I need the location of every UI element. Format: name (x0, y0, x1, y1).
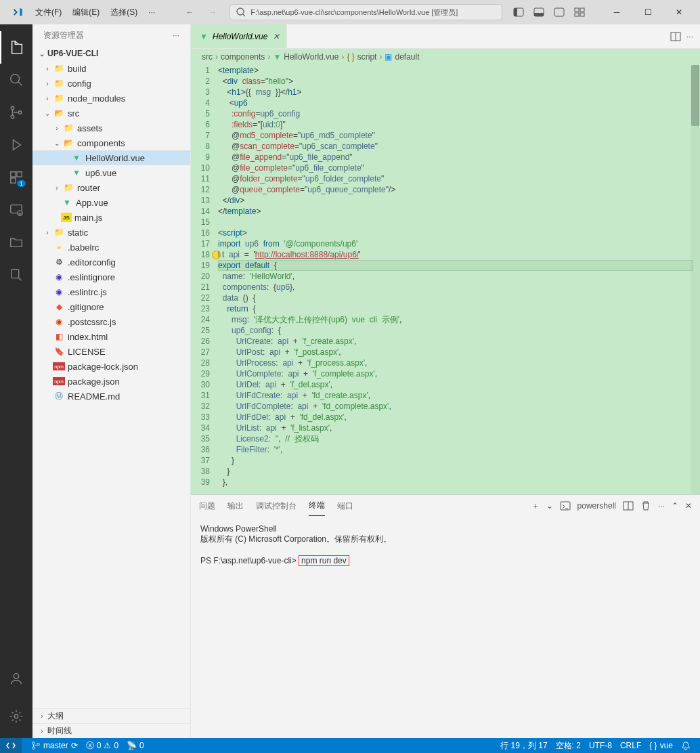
license-icon: 🔖 (53, 346, 65, 357)
tree-folder-router[interactable]: ›📁router (32, 180, 190, 195)
tree-folder-components[interactable]: ⌄📂components (32, 135, 190, 150)
tab-helloworld[interactable]: ▼ HelloWorld.vue ✕ (191, 24, 287, 48)
status-ports[interactable]: 📡0 (123, 741, 148, 750)
customize-layout-icon[interactable] (571, 4, 588, 20)
tree-folder-src[interactable]: ⌄📂src (32, 106, 190, 121)
window-close-icon[interactable]: ✕ (663, 1, 695, 24)
breadcrumb-components[interactable]: components (221, 52, 265, 62)
term-line: 版权所有 (C) Microsoft Corporation。保留所有权利。 (200, 534, 391, 544)
tree-folder-build[interactable]: ›📁build (32, 61, 190, 76)
svg-rect-18 (11, 172, 16, 177)
tree-file-postcssrc[interactable]: ◉.postcssrc.js (32, 314, 190, 329)
sidebar-outline[interactable]: ›大纲 (32, 708, 190, 723)
activity-extensions-icon[interactable]: 1 (0, 161, 32, 194)
nav-forward-icon[interactable]: → (204, 3, 221, 21)
editorconfig-icon: ⚙ (53, 257, 65, 267)
braces-icon: { } (649, 741, 657, 750)
code-lines[interactable]: <template> <div class="hello"> <h1>{{ ms… (218, 65, 700, 494)
breadcrumb-src[interactable]: src (202, 52, 213, 62)
activity-testing-icon[interactable] (0, 259, 32, 291)
activity-debug-icon[interactable] (0, 129, 32, 161)
sidebar-timeline[interactable]: ›时间线 (32, 723, 190, 738)
panel-close-icon[interactable]: ✕ (685, 501, 692, 511)
tree-file-helloworld[interactable]: ▼HelloWorld.vue (32, 150, 190, 165)
breadcrumb-default[interactable]: default (395, 52, 419, 62)
close-icon[interactable]: ✕ (273, 32, 280, 41)
tree-file-up6[interactable]: ▼up6.vue (32, 165, 190, 180)
svg-point-24 (14, 674, 18, 679)
menu-more[interactable]: ··· (143, 5, 160, 20)
command-center[interactable]: F:\asp.net\up6-vue-cli\src\components\He… (229, 4, 502, 20)
terminal[interactable]: Windows PowerShell 版权所有 (C) Microsoft Co… (191, 517, 700, 738)
error-icon: ⓧ (86, 740, 94, 752)
panel-more-icon[interactable]: ··· (658, 501, 665, 511)
status-notifications-icon[interactable] (677, 740, 695, 752)
chevron-down-icon: ⌄ (37, 50, 47, 58)
menu-edit[interactable]: 编辑(E) (67, 4, 105, 21)
tree-file-editorconfig[interactable]: ⚙.editorconfig (32, 255, 190, 270)
split-terminal-icon[interactable] (623, 500, 634, 511)
tree-file-mainjs[interactable]: JSmain.js (32, 210, 190, 225)
status-encoding[interactable]: UTF-8 (585, 740, 616, 752)
breadcrumbs[interactable]: src› components› ▼HelloWorld.vue› { }scr… (191, 49, 700, 65)
split-editor-icon[interactable] (670, 31, 681, 42)
status-remote-icon[interactable] (0, 738, 22, 753)
new-terminal-icon[interactable]: ＋ (531, 500, 540, 512)
tree-file-eslintignore[interactable]: ◉.eslintignore (32, 270, 190, 284)
code-editor[interactable]: 1234567891011121314151617181920212223242… (191, 65, 700, 494)
status-eol[interactable]: CRLF (616, 740, 645, 752)
tree-folder-config[interactable]: ›📁config (32, 76, 190, 91)
tree-folder-assets[interactable]: ›📁assets (32, 121, 190, 135)
activity-account-icon[interactable] (0, 662, 32, 695)
layout-left-icon[interactable] (510, 4, 527, 20)
terminal-name[interactable]: powershell (577, 501, 616, 511)
tree-folder-node-modules[interactable]: ›📁node_modules (32, 91, 190, 106)
scrollbar-vertical[interactable] (691, 65, 700, 494)
nav-back-icon[interactable]: ← (181, 3, 198, 21)
scroll-thumb[interactable] (691, 65, 699, 126)
activity-search-icon[interactable] (0, 64, 32, 96)
status-problems[interactable]: ⓧ0 ⚠0 (82, 740, 123, 752)
tree-file-gitignore[interactable]: ◆.gitignore (32, 299, 190, 314)
panel-tab-ports[interactable]: 端口 (337, 496, 353, 516)
svg-rect-3 (514, 8, 517, 16)
sidebar-more-icon[interactable]: ··· (173, 30, 179, 40)
tree-file-indexhtml[interactable]: ◧index.html (32, 329, 190, 344)
status-branch[interactable]: master ⟳ (27, 741, 82, 750)
panel-tab-terminal[interactable]: 终端 (309, 496, 325, 516)
menu-file[interactable]: 文件(F) (30, 4, 67, 21)
layout-bottom-icon[interactable] (531, 4, 547, 20)
menu-select[interactable]: 选择(S) (105, 4, 143, 21)
panel-maximize-icon[interactable]: ⌃ (672, 501, 678, 511)
panel-tab-output[interactable]: 输出 (227, 496, 244, 516)
tree-file-license[interactable]: 🔖LICENSE (32, 344, 190, 359)
tree-file-pkg[interactable]: npmpackage.json (32, 374, 190, 389)
activity-explorer-icon[interactable] (0, 31, 32, 64)
terminal-dropdown-icon[interactable]: ⌄ (546, 501, 553, 511)
status-spaces[interactable]: 空格: 2 (552, 740, 585, 752)
breadcrumb-file[interactable]: HelloWorld.vue (284, 52, 338, 62)
window-minimize-icon[interactable]: ─ (601, 1, 632, 24)
tree-file-appvue[interactable]: ▼App.vue (32, 195, 190, 210)
breadcrumb-script[interactable]: script (357, 52, 377, 62)
panel-tab-problems[interactable]: 问题 (199, 496, 215, 516)
tree-file-babelrc[interactable]: ●.babelrc (32, 240, 190, 255)
explorer-root[interactable]: ⌄ UP6-VUE-CLI (32, 46, 190, 61)
activity-source-control-icon[interactable] (0, 96, 32, 129)
tree-folder-static[interactable]: ›📁static (32, 225, 190, 240)
term-command-highlight: npm run dev (299, 555, 349, 566)
status-cursor[interactable]: 行 19，列 17 (496, 740, 551, 752)
activity-folder-icon[interactable] (0, 226, 32, 259)
activity-remote-icon[interactable] (0, 194, 32, 226)
window-maximize-icon[interactable]: ☐ (632, 1, 663, 24)
sync-icon[interactable]: ⟳ (71, 741, 78, 750)
panel-tab-debug[interactable]: 调试控制台 (256, 496, 297, 516)
status-lang[interactable]: { }vue (645, 740, 677, 752)
more-icon[interactable]: ··· (686, 32, 693, 41)
kill-terminal-icon[interactable] (640, 500, 651, 511)
tree-file-readme[interactable]: ⓂREADME.md (32, 389, 190, 404)
tree-file-pkglock[interactable]: npmpackage-lock.json (32, 359, 190, 374)
activity-settings-icon[interactable] (0, 700, 32, 733)
tree-file-eslintrc[interactable]: ◉.eslintrc.js (32, 284, 190, 299)
layout-right-icon[interactable] (551, 4, 567, 20)
